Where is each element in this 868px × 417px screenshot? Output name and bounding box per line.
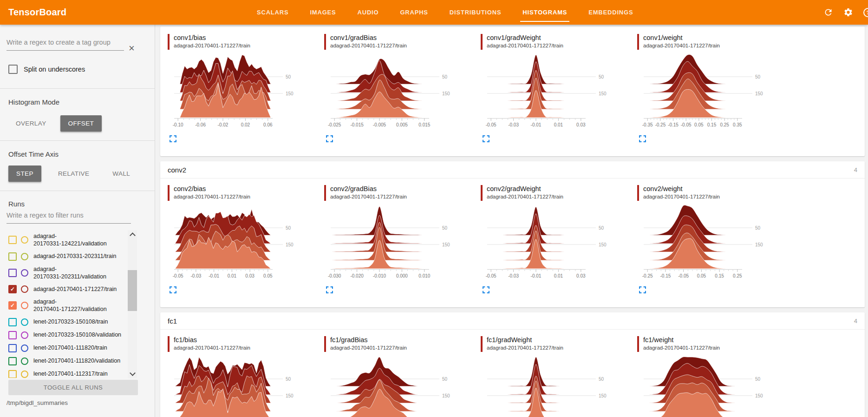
svg-text:150: 150 <box>442 393 450 398</box>
svg-text:50: 50 <box>755 74 761 79</box>
run-filter-input[interactable]: Write a regex to filter runs <box>7 212 131 224</box>
runs-label: Runs <box>8 200 25 208</box>
run-checkbox[interactable] <box>8 318 17 326</box>
chart-title: conv2/gradWeight <box>487 185 563 192</box>
run-row[interactable]: adagrad- 20170331-124221/validation <box>0 230 127 250</box>
histogram-chart[interactable]: 50150-0.05-0.03-0.010.010.03 <box>482 205 621 283</box>
run-checkbox[interactable] <box>8 370 17 378</box>
histogram-card: conv2/biasadagrad-20170401-171227/train5… <box>168 185 324 293</box>
run-row[interactable]: lenet-20170401-111820/train <box>0 342 127 355</box>
run-label: lenet-20170323-150108/train <box>33 318 108 325</box>
run-checkbox[interactable]: ✓ <box>8 301 17 310</box>
series-color-bar <box>481 336 483 352</box>
offset-time-axis-wall-button[interactable]: WALL <box>106 165 137 182</box>
chart-title: conv2/weight <box>643 185 720 192</box>
histogram-mode-overlay-button[interactable]: OVERLAY <box>9 115 53 132</box>
expand-chart-icon[interactable] <box>639 286 646 293</box>
run-row[interactable]: ✓adagrad-20170401-171227/train <box>0 283 127 296</box>
histogram-chart[interactable]: 50150 <box>638 356 777 417</box>
svg-text:50: 50 <box>599 74 604 79</box>
histogram-chart[interactable]: 50150-0.25-0.15-0.050.050.150.25 <box>638 205 777 283</box>
tag-filter-input[interactable]: Write a regex to create a tag group <box>7 39 124 51</box>
series-color-bar <box>324 336 326 352</box>
offset-time-axis-step-button[interactable]: STEP <box>8 165 41 182</box>
histogram-chart[interactable]: 50150 <box>169 356 308 417</box>
offset-time-axis-relative-button[interactable]: RELATIVE <box>52 165 96 182</box>
tab-scalars[interactable]: SCALARS <box>246 0 299 25</box>
expand-chart-icon[interactable] <box>483 286 489 293</box>
tab-distributions[interactable]: DISTRIBUTIONS <box>439 0 512 25</box>
run-row[interactable]: adagrad-20170331-202311/train <box>0 250 127 263</box>
svg-text:50: 50 <box>442 377 448 382</box>
tab-embeddings[interactable]: EMBEDDINGS <box>578 0 644 25</box>
svg-text:50: 50 <box>286 225 291 231</box>
tag-group-conv2: conv24conv2/biasadagrad-20170401-171227/… <box>160 161 865 307</box>
expand-chart-icon[interactable] <box>326 135 333 142</box>
svg-text:-0.05: -0.05 <box>486 273 496 278</box>
run-checkbox[interactable] <box>8 236 17 244</box>
histogram-card: conv1/gradBiasadagrad-20170401-171227/tr… <box>324 34 481 142</box>
run-row[interactable]: lenet-20170323-150108/validation <box>0 329 127 342</box>
expand-chart-icon[interactable] <box>483 135 489 142</box>
run-color-circle <box>21 344 28 352</box>
histogram-chart[interactable]: 50150-0.025-0.015-0.0050.0050.015 <box>325 53 464 132</box>
run-checkbox[interactable] <box>8 344 17 352</box>
svg-text:150: 150 <box>599 91 607 96</box>
expand-chart-icon[interactable] <box>326 286 333 293</box>
card-header: conv1/biasadagrad-20170401-171227/train <box>168 34 324 50</box>
histogram-chart[interactable]: 50150-0.10-0.06-0.020.020.06 <box>169 53 308 132</box>
help-icon[interactable]: ? <box>863 7 868 18</box>
svg-text:-0.25: -0.25 <box>655 122 666 127</box>
chart-run-name: adagrad-20170401-171227/train <box>330 43 407 48</box>
split-on-underscores-checkbox[interactable]: Split on underscores <box>8 65 85 74</box>
scrollbar-thumb[interactable] <box>128 270 137 311</box>
histogram-mode-offset-button[interactable]: OFFSET <box>60 115 102 132</box>
scroll-up-icon[interactable] <box>128 230 137 238</box>
chart-run-name: adagrad-20170401-171227/train <box>643 345 720 351</box>
histogram-chart[interactable]: 50150-0.35-0.25-0.15-0.050.050.150.250.3… <box>638 53 777 132</box>
chart-title: conv2/bias <box>174 185 250 192</box>
run-row[interactable]: ✓adagrad- 20170401-171227/validation <box>0 296 127 316</box>
histogram-chart[interactable]: 50150-0.030-0.020-0.0100.0000.010 <box>325 205 464 283</box>
svg-text:50: 50 <box>286 74 291 79</box>
expand-chart-icon[interactable] <box>170 286 176 293</box>
histogram-cards-row: conv2/biasadagrad-20170401-171227/train5… <box>160 179 865 307</box>
tag-group-header[interactable]: fc14 <box>160 312 865 330</box>
tab-histograms[interactable]: HISTOGRAMS <box>512 0 578 25</box>
expand-chart-icon[interactable] <box>170 135 176 142</box>
tab-images[interactable]: IMAGES <box>299 0 346 25</box>
run-row[interactable]: lenet-20170401-112317/train <box>0 368 127 378</box>
card-title-block: conv1/weightadagrad-20170401-171227/trai… <box>643 34 720 50</box>
run-checkbox[interactable] <box>8 252 17 261</box>
histogram-chart[interactable]: 50150-0.05-0.03-0.010.010.030.05 <box>169 205 308 283</box>
histogram-chart[interactable]: 50150 <box>325 356 464 417</box>
series-color-bar <box>637 336 639 352</box>
card-title-block: conv1/gradBiasadagrad-20170401-171227/tr… <box>330 34 407 50</box>
run-color-circle <box>21 269 28 277</box>
run-checkbox[interactable] <box>8 331 17 339</box>
clear-tag-filter-icon[interactable]: × <box>129 43 135 53</box>
run-checkbox[interactable] <box>8 269 17 277</box>
settings-icon[interactable] <box>843 7 853 18</box>
run-row[interactable]: adagrad- 20170331-202311/validation <box>0 263 127 283</box>
runs-scrollbar[interactable] <box>128 230 137 378</box>
run-row[interactable]: lenet-20170401-111820/validation <box>0 355 127 368</box>
histograms-dashboard: conv1/biasadagrad-20170401-171227/train5… <box>156 25 868 417</box>
svg-text:50: 50 <box>286 377 291 382</box>
tab-audio[interactable]: AUDIO <box>347 0 390 25</box>
run-checkbox[interactable] <box>8 357 17 365</box>
histogram-chart[interactable]: 50150-0.05-0.03-0.010.010.03 <box>482 53 621 132</box>
tag-group-header[interactable]: conv24 <box>160 161 865 179</box>
scroll-down-icon[interactable] <box>128 370 137 378</box>
toggle-all-runs-button[interactable]: TOGGLE ALL RUNS <box>8 380 138 395</box>
histogram-chart[interactable]: 50150 <box>482 356 621 417</box>
run-label: adagrad-20170331-202311/train <box>33 252 116 260</box>
tab-graphs[interactable]: GRAPHS <box>389 0 438 25</box>
expand-chart-icon[interactable] <box>639 135 646 142</box>
svg-text:-0.05: -0.05 <box>681 122 692 127</box>
run-checkbox[interactable]: ✓ <box>8 285 17 293</box>
refresh-icon[interactable] <box>823 7 833 18</box>
chart-run-name: adagrad-20170401-171227/train <box>174 345 250 351</box>
run-row[interactable]: lenet-20170323-150108/train <box>0 316 127 329</box>
card-header: fc1/gradWeightadagrad-20170401-171227/tr… <box>481 336 637 352</box>
